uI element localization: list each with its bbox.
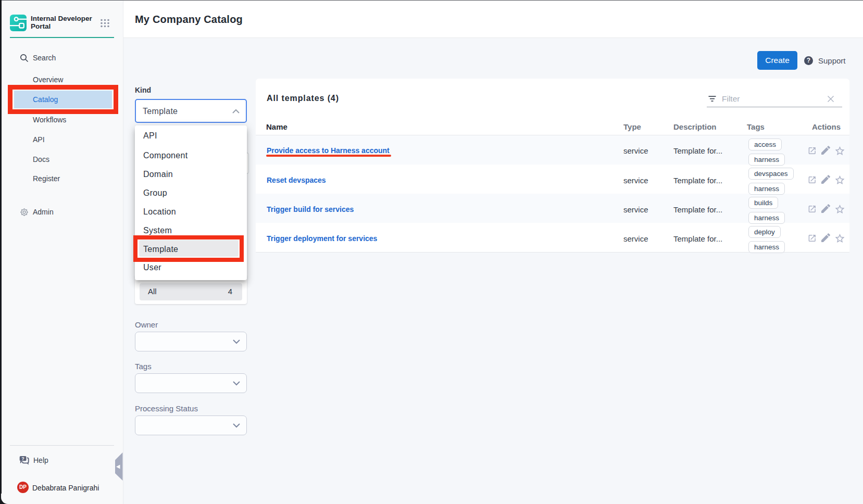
svg-text:?: ? <box>21 456 24 461</box>
